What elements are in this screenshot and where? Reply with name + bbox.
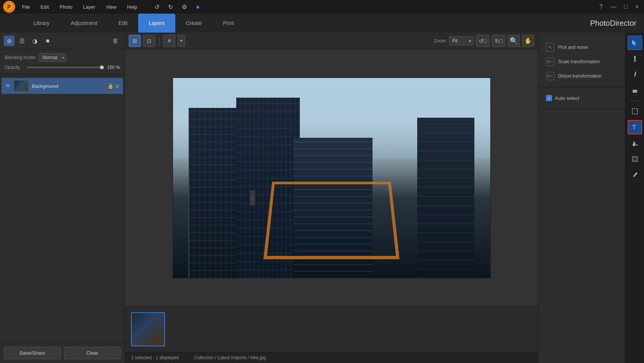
clear-button[interactable]: Clear	[64, 347, 121, 359]
canvas-toolbar: ⊞ ⊡ # ▾ Zoom: Fit 25% 50% 75% 100% ↺□ ↻□	[125, 33, 538, 49]
checkbox-check-icon: ✓	[547, 96, 551, 101]
selection-info: 1 selected - 1 displayed	[131, 355, 179, 360]
rect-select-btn[interactable]	[628, 104, 642, 118]
main-content: ⊕ ☰ ◑ ■ 🗑 Blending mode: Normal Multiply…	[0, 33, 644, 363]
grid-dropdown-btn[interactable]: ▾	[178, 35, 185, 47]
blend-mode-label: Blending mode:	[5, 55, 36, 60]
text-tool-icon: T	[631, 123, 639, 131]
text-tool-btn[interactable]: T	[628, 120, 642, 134]
settings-btn[interactable]: ⚙	[179, 2, 190, 12]
maximize-btn[interactable]: □	[622, 3, 630, 11]
pan-tool-btn[interactable]: ✋	[522, 35, 534, 47]
tab-print[interactable]: Print	[212, 14, 245, 33]
distort-transform-icon: ⊡⤡	[546, 72, 554, 80]
left-panel-footer: Save/Share Clear	[0, 343, 125, 363]
menu-file[interactable]: File	[20, 3, 32, 11]
new-layer-btn[interactable]: ⊕	[4, 36, 14, 46]
layers-list: 👁 Background 🔒 ⊞	[0, 74, 125, 343]
sidebar-collapse-btn[interactable]: ‹	[250, 190, 255, 206]
svg-rect-7	[632, 109, 638, 114]
delete-layer-btn[interactable]: 🗑	[110, 36, 121, 46]
scale-transform-label: Scale transformation	[558, 59, 600, 64]
nav-tabs: Library Adjustment Edit Layers Create Pr…	[0, 14, 644, 33]
tab-layers[interactable]: Layers	[138, 14, 175, 33]
brush-icon	[631, 55, 639, 62]
menu-help[interactable]: Help	[125, 3, 140, 11]
window-controls: ? — □ ×	[597, 3, 641, 11]
menu-layer[interactable]: Layer	[81, 3, 98, 11]
brush-tool-btn[interactable]	[628, 51, 642, 66]
blend-mode-select[interactable]: Normal Multiply Screen Overlay	[39, 53, 66, 62]
tab-create[interactable]: Create	[175, 14, 212, 33]
menu-edit[interactable]: Edit	[38, 3, 51, 11]
save-share-button[interactable]: Save/Share	[4, 347, 61, 359]
scale-transform-item[interactable]: ⊡↔ Scale transformation	[544, 55, 619, 69]
flip-canvas-btn[interactable]: ↻□	[492, 35, 505, 47]
opacity-label: Opacity	[5, 65, 23, 70]
toolbar-sep-1	[159, 36, 159, 45]
app-title: PhotoDirector	[590, 19, 636, 28]
mask-tool-btn[interactable]: ◑	[30, 36, 40, 46]
grid-btn[interactable]: #	[163, 35, 175, 47]
canvas-area: ‹ ⊞ ⊡ # ▾ Zoom: Fit 25% 50% 75% 100% ↺□	[125, 33, 538, 363]
opacity-row: Opacity 100 %	[5, 65, 120, 70]
eraser-tool-btn[interactable]	[628, 83, 642, 98]
auto-select-row: ✓ Auto select	[544, 91, 619, 105]
app-logo: P	[3, 1, 15, 13]
title-bar: P File Edit Photo Layer View Help ↺ ↻ ⚙ …	[0, 0, 644, 14]
orange-structure	[264, 182, 400, 259]
color-rect-btn[interactable]	[628, 152, 642, 166]
auto-select-checkbox[interactable]: ✓	[546, 95, 552, 101]
close-btn[interactable]: ×	[633, 3, 641, 11]
opacity-slider[interactable]	[27, 67, 104, 68]
eyedropper-icon	[631, 171, 639, 179]
layer-thumbnail	[14, 80, 29, 92]
help-btn[interactable]: ?	[597, 3, 605, 11]
menu-view[interactable]: View	[104, 3, 119, 11]
tab-library[interactable]: Library	[23, 14, 60, 33]
visibility-icon[interactable]: 👁	[5, 83, 11, 89]
eyedropper-btn[interactable]	[628, 168, 642, 182]
svg-rect-3	[634, 72, 636, 76]
menu-photo[interactable]: Photo	[57, 3, 75, 11]
file-path: Collection / Latest Imports / hike.jpg	[194, 355, 266, 360]
auto-select-section: ✓ Auto select	[538, 87, 625, 109]
distort-transform-label: Distort transformation	[558, 73, 602, 79]
opacity-thumb	[100, 65, 104, 69]
cyberlink-btn[interactable]: ●	[193, 2, 203, 12]
rotate-canvas-btn[interactable]: ↺□	[476, 35, 490, 47]
tab-adjustment[interactable]: Adjustment	[60, 14, 108, 33]
select-single-layer-btn[interactable]: ⊡	[143, 35, 155, 47]
scale-transform-icon: ⊡↔	[546, 58, 554, 66]
canvas-image	[173, 78, 491, 278]
pick-move-tool-btn[interactable]	[628, 36, 642, 50]
svg-marker-0	[632, 40, 636, 46]
layer-menu-btn[interactable]: ☰	[17, 36, 27, 46]
layer-toolbar: ⊕ ☰ ◑ ■ 🗑	[0, 33, 125, 50]
pencil-tool-btn[interactable]	[628, 67, 642, 82]
zoom-label: Zoom:	[434, 38, 447, 44]
tab-edit[interactable]: Edit	[108, 14, 138, 33]
canvas-viewport[interactable]	[125, 49, 538, 306]
select-all-layers-btn[interactable]: ⊞	[129, 35, 141, 47]
zoom-fit-btn[interactable]: 🔍	[508, 35, 520, 47]
layer-item-background[interactable]: 👁 Background 🔒 ⊞	[2, 78, 123, 94]
pick-move-icon: ↖	[546, 43, 554, 51]
redo-btn[interactable]: ↻	[165, 2, 176, 12]
pick-move-item[interactable]: ↖ Pick and move	[544, 40, 619, 55]
zoom-select[interactable]: Fit 25% 50% 75% 100%	[449, 36, 474, 45]
right-panel: ↖ Pick and move ⊡↔ Scale transformation …	[538, 33, 625, 363]
lock-icon: 🔒	[108, 83, 114, 89]
minimize-btn[interactable]: —	[608, 3, 619, 11]
paint-bucket-btn[interactable]	[628, 136, 642, 150]
tool-strip: T	[625, 33, 644, 363]
layer-icons: 🔒 ⊞	[108, 83, 119, 89]
shape-tool-btn[interactable]: ■	[42, 36, 53, 46]
distort-transform-item[interactable]: ⊡⤡ Distort transformation	[544, 69, 619, 83]
building-2	[417, 118, 474, 277]
svg-rect-1	[634, 56, 636, 59]
menu-bar: File Edit Photo Layer View Help	[20, 3, 140, 11]
undo-btn[interactable]: ↺	[152, 2, 162, 12]
filmstrip-thumb-1[interactable]	[131, 312, 165, 346]
layer-settings-icon[interactable]: ⊞	[115, 83, 119, 89]
